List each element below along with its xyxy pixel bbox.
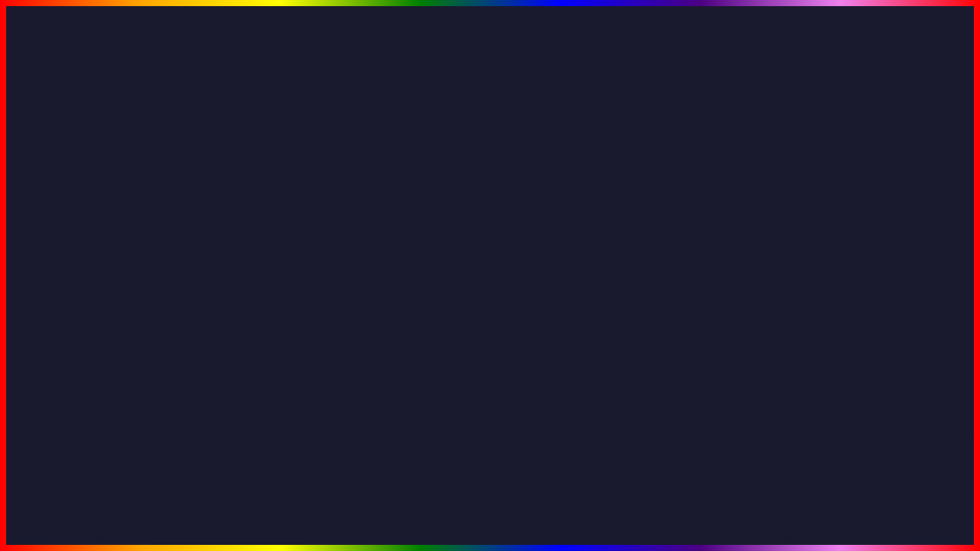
left-auto-spawn-checkbox[interactable] <box>379 292 393 306</box>
player-avatar-0 <box>838 467 861 486</box>
left-user-id: #2115 <box>83 407 105 416</box>
update-number: 17 <box>397 474 463 542</box>
left-auto-farm-label: Auto Farm Level <box>158 272 226 282</box>
left-time-label: TIME | 13:36:49 <box>333 204 394 214</box>
left-nav-main[interactable]: 🏠 Main <box>59 223 150 245</box>
left-panel: MUKURO HUB Main TIME | 13:36:49 🏠 Main 📈… <box>57 199 402 409</box>
left-progress-text: Total EliteHunter Progress : 6 <box>157 333 394 347</box>
right-nav-buy-item[interactable]: 🛒 Buy Item <box>591 352 682 373</box>
right-nav-players-label: Players <box>614 293 645 304</box>
left-auto-obs-row[interactable]: Auto Observation V2 <box>157 391 394 408</box>
left-section-name: Main <box>220 204 241 214</box>
setting-icon: ⚙️ <box>65 378 77 390</box>
left-client-row: Client Fps : 60 Ping : 233.504 (4%CV) <box>157 246 394 262</box>
game-title: BLOX FRUITS <box>269 8 711 77</box>
left-nav-sidebar: 🏠 Main 📈 Stats 📍 Teleport 👤 Players ⚔️ E… <box>59 223 151 408</box>
right-dropdown-value: ... <box>696 272 704 283</box>
left-auto-enma-row[interactable]: Auto Enma/Yama <box>157 347 394 369</box>
left-nav-eps-raid[interactable]: ⚔️ EPS-Raid <box>59 309 150 331</box>
script-label: SCRIPT <box>480 493 626 537</box>
right-option-magma[interactable]: Magma <box>690 287 926 306</box>
right-user-id: #2115 <box>616 407 637 416</box>
right-nav-buy-label: Buy Item <box>614 357 650 368</box>
right-nav-main[interactable]: 🏠 Main <box>591 223 682 245</box>
left-username: Sky <box>83 398 105 407</box>
left-auto-spawn-row[interactable]: Auto SetSpawnPoint <box>157 289 394 311</box>
right-option-sand[interactable]: Sand <box>690 325 926 344</box>
players-icon: 👤 <box>65 292 77 304</box>
right-auto-raid-checkbox[interactable] <box>911 233 925 247</box>
left-auto-obs-label: Auto Observation V2 <box>158 396 243 407</box>
left-auto-enma-checkbox[interactable] <box>379 350 393 364</box>
right-nav-eps-label: EPS-Raid <box>614 315 655 325</box>
player-thumb-0: Kabrotha <box>832 463 867 497</box>
right-nav-setting[interactable]: ⚙️ Setting <box>591 373 682 395</box>
right-panel-content: Auto Raid Select Raid ... ▼ Magma Human:… <box>683 223 933 408</box>
right-auto-raid-label: Auto Raid <box>691 235 731 246</box>
left-nav-setting-label: Setting <box>82 379 110 390</box>
teleport-icon: 📍 <box>65 271 77 282</box>
right-section-name: EPS-Raid <box>743 204 784 214</box>
left-nav-teleport[interactable]: 📍 Teleport <box>59 266 150 288</box>
left-auto-rainbow-row[interactable]: Auto Rainbow Haki <box>157 369 394 391</box>
stats-icon: 📈 <box>65 249 77 261</box>
left-nav-players[interactable]: 👤 Players <box>59 288 150 309</box>
right-nav-main-label: Main <box>614 229 634 240</box>
right-nav-teleport[interactable]: 📍 Teleport <box>591 266 682 288</box>
right-nav-devil[interactable]: 🍎 DevilFruit <box>591 331 682 352</box>
right-teleport-icon: 📍 <box>597 271 609 282</box>
left-nav-devil-label: DevilFruit <box>82 336 121 347</box>
right-hub-name: MUKURO HUB <box>597 204 661 214</box>
right-nav-stats[interactable]: 📈 Stats <box>591 245 682 266</box>
left-auto-elite-label: Auto Elite Hunter <box>158 316 228 327</box>
right-devil-icon: 🍎 <box>597 335 609 347</box>
left-auto-farm-row[interactable]: Auto Farm Level ✓ <box>157 266 394 289</box>
left-user-info: 🌤 Sky #2115 <box>59 395 150 419</box>
right-username: Sky <box>616 398 637 407</box>
right-auto-raid-row[interactable]: Auto Raid <box>689 230 926 252</box>
home-icon: 🏠 <box>65 228 77 240</box>
right-nav-players[interactable]: 👤 Players <box>591 288 682 309</box>
star-left-icon: ✸ <box>31 19 76 82</box>
right-eps-icon: ⚔️ <box>597 314 609 325</box>
right-setting-icon: ⚙️ <box>597 378 609 390</box>
chevron-down-icon: ▼ <box>910 272 920 283</box>
right-nav-sidebar: 🏠 Main 📈 Stats 📍 Teleport 👤 Players ⚔️ E… <box>591 223 683 408</box>
left-auto-elite-checkbox[interactable] <box>379 315 393 328</box>
right-players-icon: 👤 <box>597 292 609 304</box>
left-nav-stats[interactable]: 📈 Stats <box>59 245 150 266</box>
left-client-label: Client <box>157 248 181 259</box>
left-auto-rainbow-label: Auto Rainbow Haki <box>158 374 237 385</box>
left-nav-buy-item[interactable]: 🛒 Buy Item <box>59 352 150 373</box>
left-scrollbar[interactable] <box>394 223 399 408</box>
right-time-label: TIME | 13:36:54 <box>866 204 927 214</box>
left-auto-elite-row[interactable]: Auto Elite Hunter <box>157 311 394 333</box>
devil-fruit-icon: 🍎 <box>65 335 77 347</box>
left-auto-obs-checkbox[interactable] <box>379 395 393 408</box>
right-option-buddha[interactable]: Human: Buddha <box>690 306 926 325</box>
left-nav-teleport-label: Teleport <box>82 272 115 282</box>
right-nav-devil-label: DevilFruit <box>614 336 653 347</box>
player-avatar-1 <box>876 467 899 486</box>
left-nav-setting[interactable]: ⚙️ Setting <box>59 373 150 395</box>
right-raid-dropdown[interactable]: ... ▼ Magma Human: Buddha Sand <box>689 269 926 287</box>
right-nav-eps-raid[interactable]: ⚔️ EPS-Raid <box>591 309 682 331</box>
right-panel: MUKURO HUB EPS-Raid TIME | 13:36:54 🏠 Ma… <box>590 199 934 409</box>
title-area: ✸ BLOX FRUITS ✸ <box>0 8 980 77</box>
left-nav-stats-label: Stats <box>82 250 103 261</box>
right-buy-icon: 🛒 <box>597 357 609 368</box>
left-auto-farm-checkbox[interactable]: ✓ <box>379 270 393 284</box>
player-avatar-2 <box>913 464 936 481</box>
left-server-time-row: Server Time Hour : 0 Minute : 10 Second … <box>157 230 394 246</box>
right-user-info: 🌤 Sky #2115 <box>591 395 682 419</box>
right-scrollbar[interactable] <box>926 223 931 408</box>
left-nav-eps-label: EPS-Raid <box>82 315 122 325</box>
update-label: UPDATE <box>139 474 381 542</box>
left-nav-devil-fruit[interactable]: 🍎 DevilFruit <box>59 331 150 352</box>
left-user-avatar: 🌤 <box>65 399 80 415</box>
left-auto-rainbow-checkbox[interactable] <box>379 373 393 386</box>
right-dropdown-field[interactable]: ... ▼ <box>689 269 926 287</box>
eps-raid-icon: ⚔️ <box>65 314 77 325</box>
left-server-time-label: Server Time <box>157 232 207 243</box>
pastebin-label: PASTEBIN <box>642 493 841 537</box>
